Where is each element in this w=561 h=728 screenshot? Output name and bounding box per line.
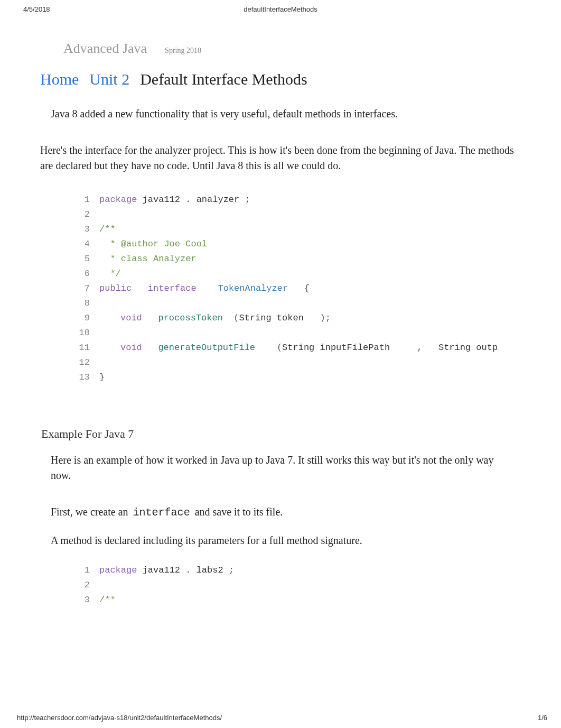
line-number: 3 — [73, 222, 99, 237]
section-heading: Example For Java 7 — [41, 427, 561, 441]
punct: ( — [233, 313, 239, 323]
section-para-2: A method is declared including its param… — [51, 533, 510, 548]
footer-url: http://teachersdoor.com/advjava-s18/unit… — [17, 714, 222, 722]
section-para: First, we create an interface and save i… — [51, 504, 510, 520]
identifier: java112 — [137, 195, 185, 205]
param: String token — [239, 313, 303, 323]
punct: ); — [320, 313, 330, 323]
keyword: void — [120, 313, 142, 323]
code-line: 5 * class Analyzer — [73, 252, 561, 266]
page: 4/5/2018 defaultInterfaceMethods Advance… — [0, 0, 561, 728]
code-line: 8 — [73, 296, 561, 311]
page-title: Default Interface Methods — [140, 70, 307, 88]
line-number: 8 — [73, 296, 99, 311]
line-number: 2 — [73, 578, 99, 593]
code-block-1: 1package java112 . analyzer ; 2 3/** 4 *… — [73, 192, 561, 385]
code-line: 1package java112 . labs2 ; — [73, 563, 561, 578]
line-number: 9 — [73, 311, 99, 326]
code-line: 10 — [73, 326, 561, 340]
inline-code: interface — [131, 506, 192, 519]
breadcrumb-unit[interactable]: Unit 2 — [89, 70, 129, 88]
code-line: 2 — [73, 578, 561, 593]
doc-comment: * @author Joe Cool — [99, 239, 207, 249]
type-name: TokenAnalyzer — [218, 283, 288, 293]
text: and save it to its file. — [192, 506, 283, 518]
punct: } — [99, 372, 105, 382]
punct: { — [304, 283, 310, 293]
keyword: void — [120, 343, 142, 353]
punct: ( — [277, 343, 282, 353]
code-line: 4 * @author Joe Cool — [73, 237, 561, 252]
section-intro: Here is an example of how it worked in J… — [51, 453, 510, 483]
code-line: 3/** — [73, 222, 561, 237]
punct: ; — [245, 195, 250, 205]
description-paragraph: Here's the interface for the analyzer pr… — [40, 143, 521, 173]
code-line: 12 — [73, 355, 561, 370]
line-number: 7 — [73, 281, 99, 296]
identifier: java112 — [137, 565, 185, 575]
code-line: 7public interface TokenAnalyzer { — [73, 281, 561, 296]
breadcrumb: HomeUnit 2Default Interface Methods — [40, 70, 561, 88]
method-name: generateOutputFile — [153, 343, 255, 353]
punct: , — [417, 343, 422, 353]
line-number: 1 — [73, 563, 99, 578]
course-term: Spring 2018 — [165, 47, 201, 54]
method-name: processToken — [153, 313, 223, 323]
param: String inputFilePath — [282, 343, 390, 353]
line-number: 10 — [73, 326, 99, 340]
print-title: defaultInterfaceMethods — [0, 5, 561, 13]
keyword: package — [99, 195, 137, 205]
punct: . — [185, 195, 191, 205]
identifier: analyzer — [191, 195, 245, 205]
keyword: public — [99, 283, 132, 293]
doc-comment: /** — [99, 224, 116, 234]
line-number: 3 — [73, 593, 99, 607]
breadcrumb-home[interactable]: Home — [40, 70, 79, 88]
code-line: 6 */ — [73, 266, 561, 281]
code-line: 3/** — [73, 593, 561, 607]
intro-paragraph: Java 8 added a new functionality that is… — [51, 106, 510, 122]
line-number: 12 — [73, 355, 99, 370]
keyword: interface — [143, 283, 197, 293]
footer-page: 1/6 — [538, 714, 547, 722]
code-line: 1package java112 . analyzer ; — [73, 192, 561, 207]
text: First, we create an — [51, 506, 131, 518]
line-number: 4 — [73, 237, 99, 252]
code-line: 13} — [73, 370, 561, 385]
punct: . — [185, 565, 191, 575]
print-footer: http://teachersdoor.com/advjava-s18/unit… — [0, 714, 561, 722]
code-line: 2 — [73, 207, 561, 222]
code-line: 11void generateOutputFile (String inputF… — [73, 340, 561, 355]
punct: ; — [229, 565, 234, 575]
line-number: 5 — [73, 252, 99, 266]
line-number: 6 — [73, 266, 99, 281]
keyword: package — [99, 565, 137, 575]
doc-comment: * class Analyzer — [99, 254, 197, 264]
print-header: 4/5/2018 defaultInterfaceMethods — [0, 0, 561, 13]
code-block-2: 1package java112 . labs2 ; 2 3/** — [73, 563, 561, 607]
code-line: 9void processToken (String token ); — [73, 311, 561, 326]
line-number: 13 — [73, 370, 99, 385]
doc-comment: */ — [99, 269, 121, 279]
course-name: Advanced Java — [63, 41, 147, 56]
line-number: 11 — [73, 340, 99, 355]
param: String outp — [433, 343, 498, 353]
course-row: Advanced Java Spring 2018 — [63, 41, 561, 57]
doc-comment: /** — [99, 595, 116, 605]
line-number: 2 — [73, 207, 99, 222]
line-number: 1 — [73, 192, 99, 207]
identifier: labs2 — [191, 565, 228, 575]
